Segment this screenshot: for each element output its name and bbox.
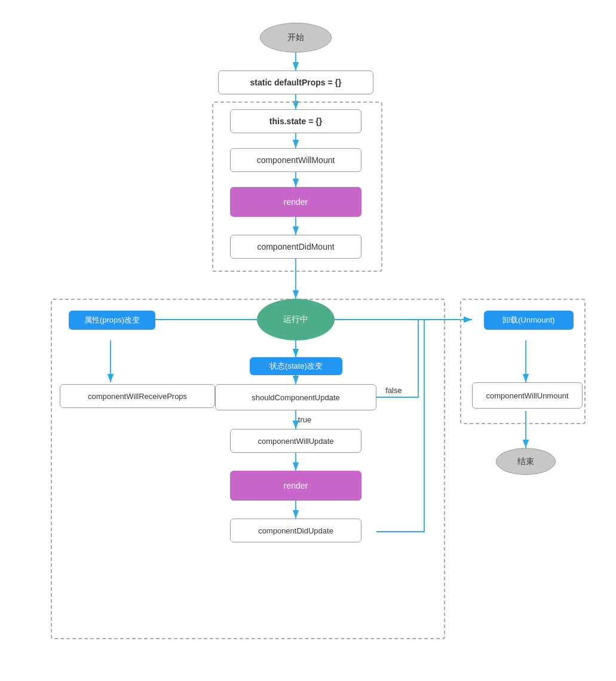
true-label: true [293, 413, 317, 425]
start-node: 开始 [260, 23, 332, 53]
unmount-node: 卸载(Unmount) [484, 311, 574, 330]
component-did-mount-node: componentDidMount [230, 235, 361, 259]
component-will-unmount-node: componentWillUnmount [472, 382, 583, 409]
component-did-update-node: componentDidUpdate [230, 519, 361, 542]
state-change-node: 状态(state)改变 [250, 357, 342, 375]
false-label: false [379, 384, 409, 396]
should-component-update-node: shouldComponentUpdate [215, 384, 376, 410]
update-phase-box [51, 299, 445, 639]
component-will-receive-props-node: componentWillReceiveProps [60, 384, 215, 408]
render-mount-node: render [230, 187, 361, 217]
props-change-node: 属性(props)改变 [69, 311, 155, 330]
end-node: 结束 [496, 448, 556, 475]
diagram-container: 开始 static defaultProps = {} this.state =… [0, 0, 616, 681]
running-node: 运行中 [257, 299, 335, 340]
default-props-node: static defaultProps = {} [218, 70, 373, 94]
component-will-update-node: componentWillUpdate [230, 429, 361, 453]
render-update-node: render [230, 471, 361, 501]
component-will-mount-node: componentWillMount [230, 148, 361, 172]
this-state-node: this.state = {} [230, 109, 361, 133]
